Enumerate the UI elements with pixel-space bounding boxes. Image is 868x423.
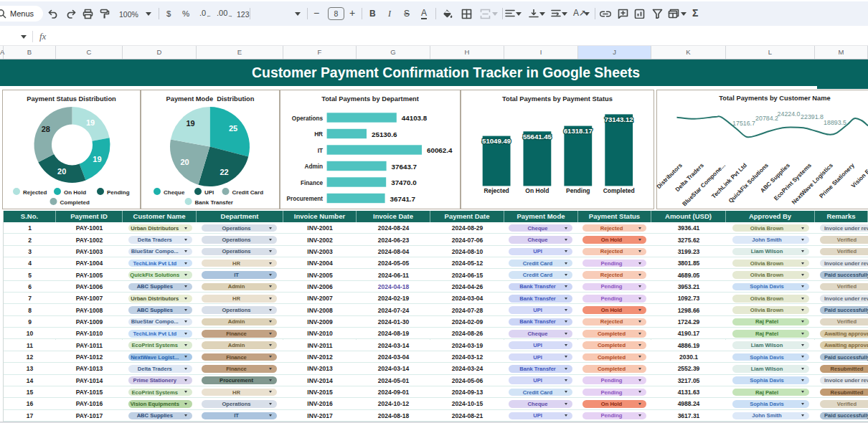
svg-text:IT: IT	[318, 148, 323, 154]
svg-text:37643.7: 37643.7	[392, 163, 418, 171]
svg-text:QuickFix Solutions: QuickFix Solutions	[727, 162, 770, 204]
svg-text:22: 22	[220, 168, 228, 176]
svg-text:61318.17: 61318.17	[564, 127, 593, 135]
svg-text:20: 20	[180, 158, 189, 166]
svg-text:20: 20	[57, 167, 66, 176]
svg-text:Completed: Completed	[603, 187, 635, 194]
svg-text:60062.4: 60062.4	[427, 146, 453, 154]
svg-text:Finance: Finance	[301, 180, 323, 186]
svg-text:NextWave Logistics: NextWave Logistics	[791, 162, 834, 206]
svg-text:19: 19	[86, 118, 95, 127]
svg-text:Payment Status Distribution: Payment Status Distribution	[27, 95, 116, 103]
svg-text:17516.7: 17516.7	[732, 120, 755, 127]
svg-text:Cheque: Cheque	[164, 189, 185, 196]
svg-text:28: 28	[42, 125, 50, 133]
svg-text:24224.0: 24224.0	[778, 110, 801, 118]
svg-text:73143.12: 73143.12	[605, 115, 633, 123]
svg-text:Payment Mode Distribution: Payment Mode Distribution	[166, 95, 255, 103]
svg-text:Operations: Operations	[292, 115, 324, 122]
svg-text:25: 25	[229, 124, 237, 133]
svg-text:Pending: Pending	[107, 189, 130, 196]
svg-text:Rejected: Rejected	[483, 187, 509, 194]
svg-text:UPI: UPI	[204, 189, 214, 196]
svg-text:44103.8: 44103.8	[402, 114, 428, 122]
svg-text:55641.45: 55641.45	[523, 133, 552, 141]
svg-text:19: 19	[186, 119, 194, 128]
svg-text:37470.0: 37470.0	[391, 179, 417, 186]
svg-text:25130.6: 25130.6	[372, 130, 397, 138]
svg-text:On Hold: On Hold	[525, 187, 549, 194]
svg-text:Total Payments by Customer Nam: Total Payments by Customer Name	[719, 95, 830, 102]
svg-text:51049.49: 51049.49	[482, 137, 511, 145]
svg-text:Completed: Completed	[60, 199, 90, 206]
svg-text:Admin: Admin	[305, 163, 323, 170]
svg-text:20784.2: 20784.2	[755, 115, 778, 122]
svg-text:Rejected: Rejected	[23, 189, 47, 196]
svg-text:19: 19	[93, 155, 101, 163]
svg-text:Total Payments by Department: Total Payments by Department	[321, 95, 419, 103]
svg-text:HR: HR	[314, 131, 323, 138]
svg-text:BlueStar Compone...: BlueStar Compone...	[681, 162, 727, 207]
svg-text:36741.7: 36741.7	[390, 195, 416, 203]
svg-text:22391.8: 22391.8	[801, 113, 824, 120]
svg-text:Credit Card: Credit Card	[232, 189, 264, 196]
svg-text:On Hold: On Hold	[64, 189, 86, 196]
svg-text:18893.5: 18893.5	[824, 119, 846, 126]
svg-text:EcoPrint Systems: EcoPrint Systems	[773, 162, 813, 202]
svg-text:Pending: Pending	[566, 187, 590, 194]
svg-text:Bank Transfer: Bank Transfer	[195, 199, 233, 206]
svg-text:Procurement: Procurement	[286, 196, 323, 202]
svg-text:Total Payments by Payment Stat: Total Payments by Payment Status	[502, 95, 613, 103]
